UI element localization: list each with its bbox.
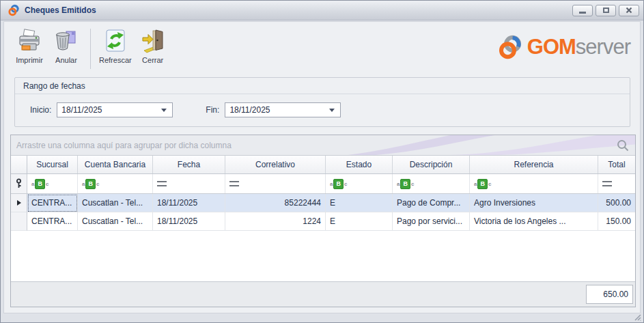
contains-filter-icon: aBc [82,179,99,189]
column-header-cuenta-bancaria[interactable]: Cuenta Bancaria [78,156,153,173]
grid-header-row: Sucursal Cuenta Bancaria Fecha Correlati… [11,156,635,174]
close-icon [626,7,632,14]
cell-correlativo[interactable]: 1224 [225,212,326,231]
column-header-sucursal[interactable]: Sucursal [27,156,78,173]
cell-sucursal[interactable]: CENTRA... [27,212,78,231]
client-area: Imprimir Anular [3,21,641,313]
cell-referencia[interactable]: Victoria de los Angeles ... [470,212,598,231]
column-header-correlativo[interactable]: Correlativo [225,156,326,173]
date-range-groupbox: Rango de fechas Inicio: 18/11/2025 Fin: … [14,77,630,127]
header-indicator-cell [11,156,27,173]
filter-cell-cuenta-bancaria[interactable]: aBc [78,174,153,193]
cell-fecha[interactable]: 18/11/2025 [153,212,225,231]
row-indicator-cell [11,212,27,231]
refrescar-button[interactable]: Refrescar [96,26,135,66]
toolbar: Imprimir Anular [4,22,640,74]
equals-filter-icon [602,181,612,186]
cell-total[interactable]: 150.00 [598,212,635,231]
contains-filter-icon: aBc [31,179,48,189]
cell-referencia[interactable]: Agro Inversiones [470,194,598,212]
filter-cell-estado[interactable]: aBc [326,174,393,193]
titlebar[interactable]: Cheques Emitidos [1,1,643,20]
cell-total[interactable]: 500.00 [598,194,635,212]
search-icon [616,139,630,152]
chevron-down-icon [329,109,335,112]
maximize-button[interactable] [596,5,616,16]
minimize-button[interactable] [572,5,593,16]
gomserver-logo-icon [8,4,20,16]
refrescar-label: Refrescar [99,56,132,64]
fin-date-combo[interactable]: 18/11/2025 [225,102,341,117]
gomserver-rings-icon [497,34,523,60]
grid-empty-area [11,231,635,281]
cell-cuenta-bancaria[interactable]: Cuscatlan - Tel... [78,212,153,231]
contains-filter-icon: aBc [474,179,491,189]
resize-grip[interactable] [632,312,641,321]
close-button[interactable] [619,5,639,16]
imprimir-label: Imprimir [16,56,43,64]
table-row[interactable]: CENTRA... Cuscatlan - Tel... 18/11/2025 … [11,212,635,231]
app-window: Cheques Emitidos [0,0,644,323]
filter-cell-referencia[interactable]: aBc [470,174,598,193]
printer-icon [18,28,41,54]
filter-row-indicator[interactable] [11,174,27,193]
cell-estado[interactable]: E [326,212,393,231]
grid-summary-footer: 650.00 [11,281,635,307]
cell-cuenta-bancaria[interactable]: Cuscatlan - Tel... [78,194,153,212]
filter-cell-total[interactable] [598,174,635,193]
contains-filter-icon: aBc [397,179,414,189]
fin-label: Fin: [206,105,219,115]
column-header-descripcion[interactable]: Descripción [393,156,470,173]
filter-row: aBc aBc aBc aBc aBc [11,174,635,194]
cell-descripcion[interactable]: Pago de Compr... [393,194,470,212]
maximize-icon [603,8,609,13]
filter-cell-correlativo[interactable] [225,174,326,193]
cheques-grid: Arrastre una columna aquí para agrupar p… [10,135,636,307]
current-row-arrow-icon [17,200,21,206]
row-indicator-cell [11,194,27,212]
brand-gom: GOM [527,35,576,59]
group-by-panel[interactable]: Arrastre una columna aquí para agrupar p… [11,135,635,156]
column-header-referencia[interactable]: Referencia [470,156,598,173]
inicio-label: Inicio: [30,105,51,115]
fin-date-value: 18/11/2025 [229,105,329,115]
brand-server: server [576,35,630,59]
imprimir-button[interactable]: Imprimir [11,26,48,66]
filter-key-icon [15,178,23,189]
cerrar-label: Cerrar [142,56,163,64]
cell-sucursal[interactable]: CENTRA... [27,194,78,212]
chevron-down-icon [161,109,167,112]
toolbar-separator [90,29,91,69]
gomserver-brand: GOMserver [497,34,630,60]
exit-door-icon [141,28,165,54]
filter-cell-fecha[interactable] [153,174,225,193]
inicio-date-value: 18/11/2025 [61,105,161,115]
equals-filter-icon [157,181,167,186]
filter-cell-sucursal[interactable]: aBc [27,174,78,193]
trash-icon [55,28,78,54]
column-header-estado[interactable]: Estado [326,156,393,173]
cell-estado[interactable]: E [326,194,393,212]
minimize-icon [579,12,586,14]
window-title: Cheques Emitidos [25,5,572,15]
inicio-date-combo[interactable]: 18/11/2025 [57,102,173,117]
column-header-fecha[interactable]: Fecha [153,156,225,173]
cerrar-button[interactable]: Cerrar [135,26,171,66]
table-row[interactable]: CENTRA... Cuscatlan - Tel... 18/11/2025 … [11,194,635,212]
cell-fecha[interactable]: 18/11/2025 [153,194,225,212]
column-header-total[interactable]: Total [598,156,635,173]
anular-button[interactable]: Anular [48,26,85,66]
total-summary: 650.00 [586,285,633,304]
refresh-icon [104,28,127,54]
equals-filter-icon [229,181,239,186]
grid-search-button[interactable] [616,139,630,152]
anular-label: Anular [55,56,77,64]
group-panel-hint: Arrastre una columna aquí para agrupar p… [16,141,232,150]
date-range-title: Rango de fechas [15,78,630,94]
decorative-swoosh [348,135,635,155]
cell-descripcion[interactable]: Pago por servici... [393,212,470,231]
cell-correlativo[interactable]: 85222444 [225,194,326,212]
filter-cell-descripcion[interactable]: aBc [393,174,470,193]
contains-filter-icon: aBc [330,179,347,189]
